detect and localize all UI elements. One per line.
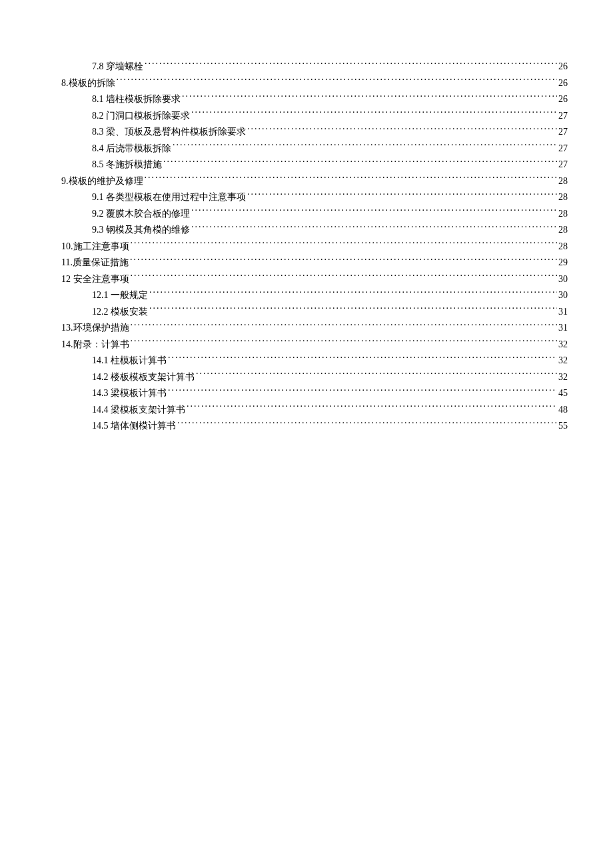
toc-entry-label: 12 安全注意事项 bbox=[61, 271, 129, 288]
toc-entry-label: 8.2 门洞口模板拆除要求 bbox=[92, 108, 190, 125]
toc-entry[interactable]: 8.5 冬施拆模措施27 bbox=[45, 157, 568, 173]
toc-leader-dots bbox=[131, 240, 558, 249]
toc-entry-page: 26 bbox=[558, 91, 568, 108]
toc-entry-page: 28 bbox=[558, 173, 568, 190]
toc-entry[interactable]: 8.模板的拆除26 bbox=[45, 75, 568, 92]
toc-leader-dots bbox=[168, 387, 557, 396]
toc-leader-dots bbox=[130, 256, 557, 265]
toc-leader-dots bbox=[145, 60, 557, 69]
toc-leader-dots bbox=[131, 321, 558, 331]
toc-entry-label: 8.5 冬施拆模措施 bbox=[92, 157, 162, 173]
toc-entry-page: 30 bbox=[558, 271, 568, 288]
toc-entry[interactable]: 14.5 墙体侧模计算书55 bbox=[45, 418, 568, 435]
toc-entry-label: 14.1 柱模板计算书 bbox=[92, 353, 167, 369]
toc-entry-page: 31 bbox=[558, 320, 568, 337]
toc-leader-dots bbox=[187, 403, 557, 413]
toc-entry-label: 12.1 一般规定 bbox=[92, 287, 148, 304]
toc-leader-dots bbox=[182, 93, 557, 102]
toc-entry-label: 9.3 钢模及其角模的维修 bbox=[92, 222, 190, 239]
toc-entry-page: 27 bbox=[558, 108, 568, 125]
toc-leader-dots bbox=[117, 77, 558, 86]
toc-entry[interactable]: 8.3 梁、顶板及悬臂构件模板拆除要求27 bbox=[45, 124, 568, 141]
toc-entry-label: 10.施工注意事项 bbox=[61, 239, 129, 255]
toc-entry-page: 28 bbox=[558, 206, 568, 223]
table-of-contents: 7.8 穿墙螺栓268.模板的拆除268.1 墙柱模板拆除要求268.2 门洞口… bbox=[45, 59, 568, 435]
toc-entry-label: 9.1 各类型模板在使用过程中注意事项 bbox=[92, 189, 246, 206]
toc-entry-page: 27 bbox=[558, 157, 568, 173]
toc-entry-label: 14.4 梁模板支架计算书 bbox=[92, 402, 185, 419]
toc-leader-dots bbox=[191, 207, 557, 217]
toc-entry[interactable]: 11.质量保证措施29 bbox=[45, 255, 568, 271]
toc-leader-dots bbox=[173, 142, 557, 151]
toc-entry-label: 14.3 梁模板计算书 bbox=[92, 385, 167, 402]
toc-leader-dots bbox=[149, 305, 557, 315]
toc-entry-page: 31 bbox=[558, 304, 568, 321]
toc-entry-label: 13.环境保护措施 bbox=[61, 320, 129, 337]
toc-entry-page: 27 bbox=[558, 124, 568, 141]
toc-entry[interactable]: 8.2 门洞口模板拆除要求27 bbox=[45, 108, 568, 125]
toc-entry[interactable]: 14.4 梁模板支架计算书48 bbox=[45, 402, 568, 419]
toc-entry[interactable]: 8.4 后浇带模板拆除27 bbox=[45, 141, 568, 157]
toc-entry-label: 14.5 墙体侧模计算书 bbox=[92, 418, 176, 435]
toc-entry[interactable]: 10.施工注意事项28 bbox=[45, 239, 568, 255]
toc-entry[interactable]: 9.1 各类型模板在使用过程中注意事项28 bbox=[45, 189, 568, 206]
toc-entry-label: 8.模板的拆除 bbox=[61, 75, 115, 92]
toc-leader-dots bbox=[247, 125, 557, 135]
toc-leader-dots bbox=[168, 354, 557, 363]
toc-entry[interactable]: 14.附录：计算书32 bbox=[45, 337, 568, 353]
toc-entry-label: 11.质量保证措施 bbox=[61, 255, 129, 271]
toc-entry-page: 28 bbox=[558, 222, 568, 239]
toc-entry[interactable]: 14.3 梁模板计算书45 bbox=[45, 385, 568, 402]
toc-entry[interactable]: 13.环境保护措施31 bbox=[45, 320, 568, 337]
toc-entry-label: 8.4 后浇带模板拆除 bbox=[92, 141, 171, 157]
toc-entry-page: 26 bbox=[558, 59, 568, 75]
toc-entry[interactable]: 14.2 楼板模板支架计算书32 bbox=[45, 369, 568, 386]
toc-leader-dots bbox=[196, 371, 557, 380]
toc-entry-page: 45 bbox=[558, 385, 568, 402]
toc-entry[interactable]: 9.2 覆膜木胶合板的修理28 bbox=[45, 206, 568, 223]
toc-entry-label: 9.模板的维护及修理 bbox=[61, 173, 143, 190]
toc-entry-page: 26 bbox=[558, 75, 568, 92]
toc-entry-page: 30 bbox=[558, 287, 568, 304]
toc-entry[interactable]: 9.3 钢模及其角模的维修28 bbox=[45, 222, 568, 239]
toc-entry[interactable]: 9.模板的维护及修理28 bbox=[45, 173, 568, 190]
toc-entry-page: 28 bbox=[558, 239, 568, 255]
toc-entry-label: 8.1 墙柱模板拆除要求 bbox=[92, 91, 181, 108]
toc-leader-dots bbox=[145, 175, 558, 184]
toc-entry-page: 55 bbox=[558, 418, 568, 435]
toc-leader-dots bbox=[131, 273, 558, 282]
toc-entry-label: 7.8 穿墙螺栓 bbox=[92, 59, 143, 75]
toc-entry-label: 12.2 模板安装 bbox=[92, 304, 148, 321]
toc-entry[interactable]: 14.1 柱模板计算书32 bbox=[45, 353, 568, 369]
toc-entry-page: 27 bbox=[558, 141, 568, 157]
toc-entry-page: 32 bbox=[558, 369, 568, 386]
toc-entry[interactable]: 12.1 一般规定30 bbox=[45, 287, 568, 304]
toc-entry-label: 9.2 覆膜木胶合板的修理 bbox=[92, 206, 190, 223]
toc-entry-page: 32 bbox=[558, 337, 568, 353]
toc-entry[interactable]: 12 安全注意事项30 bbox=[45, 271, 568, 288]
toc-entry-page: 32 bbox=[558, 353, 568, 369]
toc-leader-dots bbox=[247, 191, 557, 200]
toc-leader-dots bbox=[131, 338, 558, 347]
toc-entry[interactable]: 7.8 穿墙螺栓26 bbox=[45, 59, 568, 75]
toc-leader-dots bbox=[191, 223, 557, 233]
toc-entry-page: 48 bbox=[558, 402, 568, 419]
toc-entry-label: 8.3 梁、顶板及悬臂构件模板拆除要求 bbox=[92, 124, 246, 141]
toc-leader-dots bbox=[163, 158, 557, 167]
toc-entry-page: 29 bbox=[558, 255, 568, 271]
toc-entry-page: 28 bbox=[558, 189, 568, 206]
toc-entry-label: 14.附录：计算书 bbox=[61, 337, 129, 353]
toc-entry-label: 14.2 楼板模板支架计算书 bbox=[92, 369, 195, 386]
toc-entry[interactable]: 8.1 墙柱模板拆除要求26 bbox=[45, 91, 568, 108]
toc-leader-dots bbox=[177, 419, 557, 429]
toc-leader-dots bbox=[149, 289, 557, 298]
toc-entry[interactable]: 12.2 模板安装31 bbox=[45, 304, 568, 321]
toc-leader-dots bbox=[191, 109, 557, 119]
